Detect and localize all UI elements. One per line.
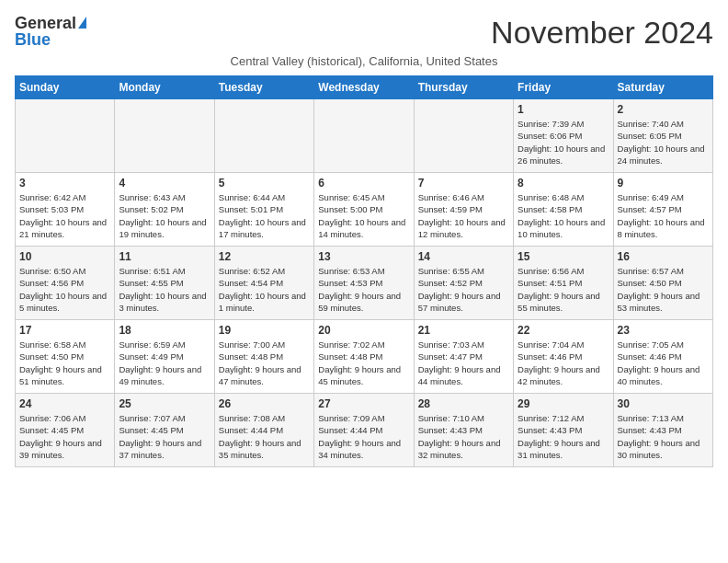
calendar-header-row: SundayMondayTuesdayWednesdayThursdayFrid… bbox=[16, 76, 713, 99]
calendar-table: SundayMondayTuesdayWednesdayThursdayFrid… bbox=[15, 75, 713, 467]
calendar-day-cell: 30Sunrise: 7:13 AM Sunset: 4:43 PM Dayli… bbox=[613, 394, 712, 467]
day-detail: Sunrise: 6:49 AM Sunset: 4:57 PM Dayligh… bbox=[618, 191, 709, 240]
subtitle: Central Valley (historical), California,… bbox=[15, 54, 713, 68]
day-number: 10 bbox=[19, 250, 110, 263]
day-number: 3 bbox=[19, 177, 110, 190]
day-number: 30 bbox=[618, 397, 709, 410]
calendar-day-cell: 16Sunrise: 6:57 AM Sunset: 4:50 PM Dayli… bbox=[613, 247, 712, 320]
day-detail: Sunrise: 7:00 AM Sunset: 4:48 PM Dayligh… bbox=[219, 339, 310, 387]
day-detail: Sunrise: 6:43 AM Sunset: 5:02 PM Dayligh… bbox=[119, 191, 210, 240]
day-detail: Sunrise: 6:44 AM Sunset: 5:01 PM Dayligh… bbox=[219, 191, 310, 240]
calendar-day-cell: 5Sunrise: 6:44 AM Sunset: 5:01 PM Daylig… bbox=[214, 173, 313, 247]
day-number: 1 bbox=[518, 103, 609, 116]
day-number: 23 bbox=[618, 324, 709, 337]
calendar-day-cell: 3Sunrise: 6:42 AM Sunset: 5:03 PM Daylig… bbox=[16, 173, 115, 247]
day-detail: Sunrise: 6:50 AM Sunset: 4:56 PM Dayligh… bbox=[19, 265, 110, 314]
calendar-day-cell bbox=[115, 99, 214, 173]
calendar-week-row: 17Sunrise: 6:58 AM Sunset: 4:50 PM Dayli… bbox=[16, 320, 713, 394]
calendar-day-cell: 15Sunrise: 6:56 AM Sunset: 4:51 PM Dayli… bbox=[514, 247, 613, 320]
day-detail: Sunrise: 7:06 AM Sunset: 4:45 PM Dayligh… bbox=[19, 412, 110, 461]
day-number: 6 bbox=[318, 177, 409, 190]
day-number: 26 bbox=[219, 397, 310, 410]
day-detail: Sunrise: 6:55 AM Sunset: 4:52 PM Dayligh… bbox=[418, 265, 509, 314]
day-detail: Sunrise: 6:52 AM Sunset: 4:54 PM Dayligh… bbox=[219, 265, 310, 314]
calendar-day-cell bbox=[414, 99, 513, 173]
calendar-week-row: 24Sunrise: 7:06 AM Sunset: 4:45 PM Dayli… bbox=[16, 394, 713, 467]
calendar-day-cell: 12Sunrise: 6:52 AM Sunset: 4:54 PM Dayli… bbox=[214, 247, 313, 320]
calendar-day-cell: 2Sunrise: 7:40 AM Sunset: 6:05 PM Daylig… bbox=[613, 99, 712, 173]
day-detail: Sunrise: 6:46 AM Sunset: 4:59 PM Dayligh… bbox=[418, 191, 509, 240]
calendar-day-cell: 29Sunrise: 7:12 AM Sunset: 4:43 PM Dayli… bbox=[514, 394, 613, 467]
day-number: 28 bbox=[418, 397, 509, 410]
day-detail: Sunrise: 7:02 AM Sunset: 4:48 PM Dayligh… bbox=[318, 339, 409, 387]
calendar-week-row: 10Sunrise: 6:50 AM Sunset: 4:56 PM Dayli… bbox=[16, 247, 713, 320]
day-detail: Sunrise: 7:09 AM Sunset: 4:44 PM Dayligh… bbox=[318, 412, 409, 461]
calendar-day-cell: 7Sunrise: 6:46 AM Sunset: 4:59 PM Daylig… bbox=[414, 173, 513, 247]
day-detail: Sunrise: 6:48 AM Sunset: 4:58 PM Dayligh… bbox=[518, 191, 609, 240]
calendar-day-cell: 25Sunrise: 7:07 AM Sunset: 4:45 PM Dayli… bbox=[115, 394, 214, 467]
day-number: 15 bbox=[518, 250, 609, 263]
calendar-day-cell: 27Sunrise: 7:09 AM Sunset: 4:44 PM Dayli… bbox=[314, 394, 414, 467]
day-detail: Sunrise: 7:40 AM Sunset: 6:05 PM Dayligh… bbox=[618, 118, 709, 167]
day-of-week-header: Wednesday bbox=[314, 76, 414, 99]
day-detail: Sunrise: 6:53 AM Sunset: 4:53 PM Dayligh… bbox=[318, 265, 409, 314]
day-number: 11 bbox=[119, 250, 210, 263]
day-detail: Sunrise: 7:07 AM Sunset: 4:45 PM Dayligh… bbox=[119, 412, 210, 461]
day-number: 29 bbox=[518, 397, 609, 410]
day-of-week-header: Tuesday bbox=[214, 76, 313, 99]
month-title: November 2024 bbox=[491, 15, 713, 51]
calendar-day-cell: 19Sunrise: 7:00 AM Sunset: 4:48 PM Dayli… bbox=[214, 320, 313, 394]
day-detail: Sunrise: 6:45 AM Sunset: 5:00 PM Dayligh… bbox=[318, 191, 409, 240]
day-number: 18 bbox=[119, 324, 210, 337]
day-number: 17 bbox=[19, 324, 110, 337]
calendar-day-cell: 23Sunrise: 7:05 AM Sunset: 4:46 PM Dayli… bbox=[613, 320, 712, 394]
day-number: 2 bbox=[618, 103, 709, 116]
calendar-day-cell: 4Sunrise: 6:43 AM Sunset: 5:02 PM Daylig… bbox=[115, 173, 214, 247]
calendar-day-cell: 26Sunrise: 7:08 AM Sunset: 4:44 PM Dayli… bbox=[214, 394, 313, 467]
calendar-day-cell: 13Sunrise: 6:53 AM Sunset: 4:53 PM Dayli… bbox=[314, 247, 414, 320]
day-number: 13 bbox=[318, 250, 409, 263]
day-detail: Sunrise: 6:58 AM Sunset: 4:50 PM Dayligh… bbox=[19, 339, 110, 387]
day-number: 4 bbox=[119, 177, 210, 190]
day-of-week-header: Saturday bbox=[613, 76, 712, 99]
calendar-day-cell: 1Sunrise: 7:39 AM Sunset: 6:06 PM Daylig… bbox=[514, 99, 613, 173]
calendar-day-cell bbox=[16, 99, 115, 173]
day-number: 14 bbox=[418, 250, 509, 263]
calendar-day-cell: 21Sunrise: 7:03 AM Sunset: 4:47 PM Dayli… bbox=[414, 320, 513, 394]
calendar-day-cell: 10Sunrise: 6:50 AM Sunset: 4:56 PM Dayli… bbox=[16, 247, 115, 320]
day-number: 27 bbox=[318, 397, 409, 410]
day-detail: Sunrise: 6:59 AM Sunset: 4:49 PM Dayligh… bbox=[119, 339, 210, 387]
day-detail: Sunrise: 6:51 AM Sunset: 4:55 PM Dayligh… bbox=[119, 265, 210, 314]
day-of-week-header: Monday bbox=[115, 76, 214, 99]
day-of-week-header: Thursday bbox=[414, 76, 513, 99]
day-detail: Sunrise: 7:03 AM Sunset: 4:47 PM Dayligh… bbox=[418, 339, 509, 387]
day-number: 9 bbox=[618, 177, 709, 190]
day-number: 20 bbox=[318, 324, 409, 337]
day-detail: Sunrise: 6:56 AM Sunset: 4:51 PM Dayligh… bbox=[518, 265, 609, 314]
day-number: 16 bbox=[618, 250, 709, 263]
day-number: 22 bbox=[518, 324, 609, 337]
day-detail: Sunrise: 7:13 AM Sunset: 4:43 PM Dayligh… bbox=[618, 412, 709, 461]
calendar-day-cell: 22Sunrise: 7:04 AM Sunset: 4:46 PM Dayli… bbox=[514, 320, 613, 394]
day-detail: Sunrise: 7:04 AM Sunset: 4:46 PM Dayligh… bbox=[518, 339, 609, 387]
day-number: 25 bbox=[119, 397, 210, 410]
day-detail: Sunrise: 7:12 AM Sunset: 4:43 PM Dayligh… bbox=[518, 412, 609, 461]
logo: General Blue bbox=[15, 15, 86, 48]
day-of-week-header: Friday bbox=[514, 76, 613, 99]
calendar-day-cell: 24Sunrise: 7:06 AM Sunset: 4:45 PM Dayli… bbox=[16, 394, 115, 467]
calendar-week-row: 3Sunrise: 6:42 AM Sunset: 5:03 PM Daylig… bbox=[16, 173, 713, 247]
day-detail: Sunrise: 6:42 AM Sunset: 5:03 PM Dayligh… bbox=[19, 191, 110, 240]
day-number: 8 bbox=[518, 177, 609, 190]
calendar-day-cell: 28Sunrise: 7:10 AM Sunset: 4:43 PM Dayli… bbox=[414, 394, 513, 467]
calendar-day-cell: 17Sunrise: 6:58 AM Sunset: 4:50 PM Dayli… bbox=[16, 320, 115, 394]
calendar-day-cell bbox=[314, 99, 414, 173]
calendar-day-cell: 6Sunrise: 6:45 AM Sunset: 5:00 PM Daylig… bbox=[314, 173, 414, 247]
day-number: 21 bbox=[418, 324, 509, 337]
day-number: 12 bbox=[219, 250, 310, 263]
calendar-week-row: 1Sunrise: 7:39 AM Sunset: 6:06 PM Daylig… bbox=[16, 99, 713, 173]
day-detail: Sunrise: 7:10 AM Sunset: 4:43 PM Dayligh… bbox=[418, 412, 509, 461]
calendar-day-cell: 20Sunrise: 7:02 AM Sunset: 4:48 PM Dayli… bbox=[314, 320, 414, 394]
calendar-day-cell: 8Sunrise: 6:48 AM Sunset: 4:58 PM Daylig… bbox=[514, 173, 613, 247]
logo-general: General bbox=[15, 15, 86, 31]
logo-triangle-icon bbox=[78, 17, 86, 29]
